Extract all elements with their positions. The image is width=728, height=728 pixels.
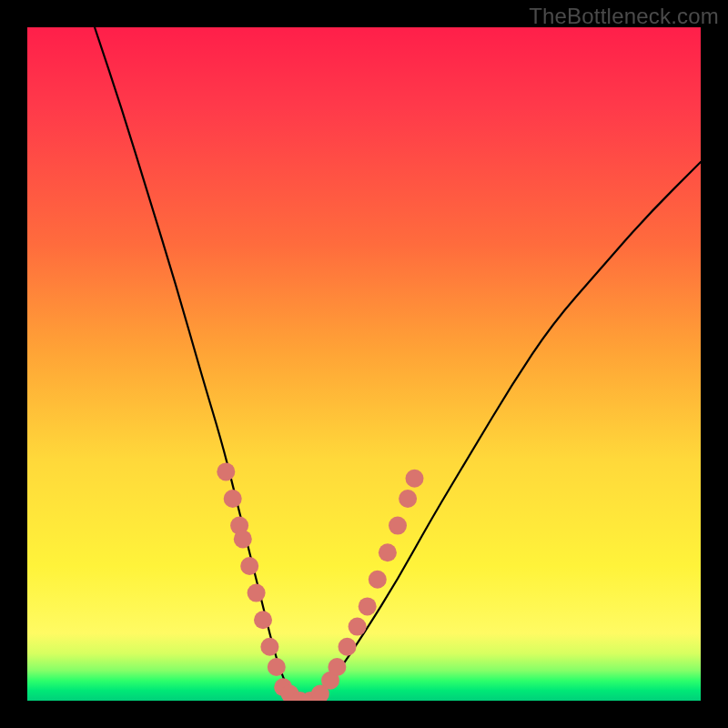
curve-marker [217, 462, 235, 480]
curve-marker [369, 571, 387, 589]
curve-marker [339, 638, 357, 656]
curve-marker [406, 470, 424, 488]
curve-marker [240, 557, 258, 575]
watermark-text: TheBottleneck.com [529, 4, 719, 29]
curve-marker [399, 490, 417, 508]
curve-marker [234, 530, 252, 548]
curve-marker [254, 611, 272, 629]
chart-frame: TheBottleneck.com [0, 0, 728, 728]
curve-marker [359, 597, 377, 615]
bottleneck-curve [95, 27, 701, 699]
curve-marker [268, 658, 286, 676]
curve-marker [379, 543, 397, 561]
curve-marker [224, 490, 242, 508]
curve-marker [389, 517, 407, 535]
curve-marker [248, 584, 266, 602]
curve-marker [260, 638, 278, 656]
curve-svg [27, 27, 701, 701]
curve-marker [328, 658, 346, 676]
curve-marker [349, 618, 367, 636]
curve-markers [217, 462, 423, 701]
plot-area [27, 27, 701, 701]
